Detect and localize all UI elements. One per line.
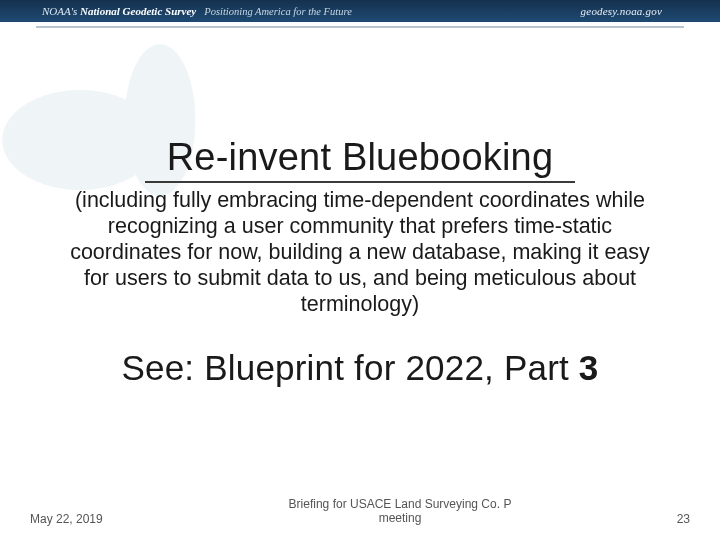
slide-title: Re-invent Bluebooking xyxy=(34,136,686,179)
footer-date: May 22, 2019 xyxy=(30,512,170,526)
banner-url: geodesy.noaa.gov xyxy=(581,5,662,17)
top-banner: NOAA's National Geodetic Survey Position… xyxy=(0,0,720,22)
brand-name: National Geodetic Survey xyxy=(80,5,196,17)
see-part-number: 3 xyxy=(579,348,599,387)
slide-body: Re-invent Bluebooking (including fully e… xyxy=(0,136,720,388)
footer-meeting-line1: Briefing for USACE Land Surveying Co. P xyxy=(289,497,512,511)
banner-tagline: Positioning America for the Future xyxy=(204,6,580,17)
banner-brand: NOAA's National Geodetic Survey xyxy=(42,5,196,17)
footer-meeting-line2: meeting xyxy=(379,511,422,525)
footer-page-number: 23 xyxy=(630,512,690,526)
see-prefix: See: Blueprint for 2022, Part xyxy=(121,348,578,387)
brand-prefix: NOAA's xyxy=(42,5,80,17)
footer-meeting: Briefing for USACE Land Surveying Co. P … xyxy=(170,498,630,526)
footer: May 22, 2019 Briefing for USACE Land Sur… xyxy=(0,498,720,526)
title-underline xyxy=(145,181,575,183)
see-line: See: Blueprint for 2022, Part 3 xyxy=(34,348,686,388)
banner-underline xyxy=(36,26,684,28)
slide-subtitle: (including fully embracing time-dependen… xyxy=(65,187,655,318)
